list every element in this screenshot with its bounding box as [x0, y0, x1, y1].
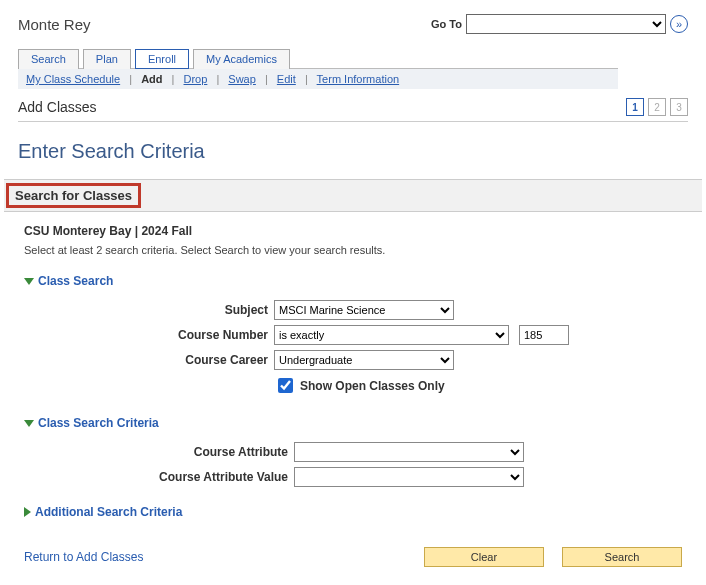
course-career-label: Course Career	[24, 353, 274, 367]
step-1: 1	[626, 98, 644, 116]
show-open-label: Show Open Classes Only	[300, 379, 445, 393]
tab-my-academics[interactable]: My Academics	[193, 49, 290, 69]
course-attribute-value-label: Course Attribute Value	[24, 470, 294, 484]
subnav-drop[interactable]: Drop	[184, 73, 208, 85]
subnav-swap[interactable]: Swap	[228, 73, 256, 85]
collapse-icon	[24, 278, 34, 285]
course-number-input[interactable]	[519, 325, 569, 345]
section-additional-label: Additional Search Criteria	[35, 505, 182, 519]
show-open-checkbox[interactable]	[278, 378, 293, 393]
course-attribute-select[interactable]	[294, 442, 524, 462]
collapse-icon	[24, 420, 34, 427]
sub-nav: My Class Schedule | Add | Drop | Swap | …	[18, 69, 618, 89]
course-career-select[interactable]: Undergraduate	[274, 350, 454, 370]
subnav-term-information[interactable]: Term Information	[317, 73, 400, 85]
page-header: Add Classes	[18, 99, 97, 115]
subnav-my-class-schedule[interactable]: My Class Schedule	[26, 73, 120, 85]
return-link[interactable]: Return to Add Classes	[24, 550, 143, 564]
step-2: 2	[648, 98, 666, 116]
goto-label: Go To	[431, 18, 462, 30]
course-number-label: Course Number	[24, 328, 274, 342]
page-title: Enter Search Criteria	[18, 140, 688, 163]
tab-enroll[interactable]: Enroll	[135, 49, 189, 69]
subnav-add[interactable]: Add	[141, 73, 162, 85]
goto-button[interactable]: »	[670, 15, 688, 33]
expand-icon	[24, 507, 31, 517]
course-number-op-select[interactable]: is exactly	[274, 325, 509, 345]
search-button[interactable]: Search	[562, 547, 682, 567]
subject-label: Subject	[24, 303, 274, 317]
instruction-text: Select at least 2 search criteria. Selec…	[24, 244, 682, 256]
subject-select[interactable]: MSCI Marine Science	[274, 300, 454, 320]
clear-button[interactable]: Clear	[424, 547, 544, 567]
section-class-search-criteria-label: Class Search Criteria	[38, 416, 159, 430]
step-3: 3	[670, 98, 688, 116]
search-for-classes-label: Search for Classes	[6, 183, 141, 208]
course-attribute-value-select[interactable]	[294, 467, 524, 487]
course-attribute-label: Course Attribute	[24, 445, 294, 459]
institution-term: CSU Monterey Bay | 2024 Fall	[24, 224, 682, 238]
student-name: Monte Rey	[18, 16, 91, 33]
section-class-search[interactable]: Class Search	[24, 274, 682, 288]
section-additional-criteria[interactable]: Additional Search Criteria	[24, 505, 682, 519]
tab-search[interactable]: Search	[18, 49, 79, 69]
double-chevron-right-icon: »	[676, 18, 682, 30]
subnav-edit[interactable]: Edit	[277, 73, 296, 85]
section-class-search-criteria[interactable]: Class Search Criteria	[24, 416, 682, 430]
step-indicator: 1 2 3	[626, 98, 688, 116]
goto-select[interactable]	[466, 14, 666, 34]
section-class-search-label: Class Search	[38, 274, 113, 288]
tab-plan[interactable]: Plan	[83, 49, 131, 69]
